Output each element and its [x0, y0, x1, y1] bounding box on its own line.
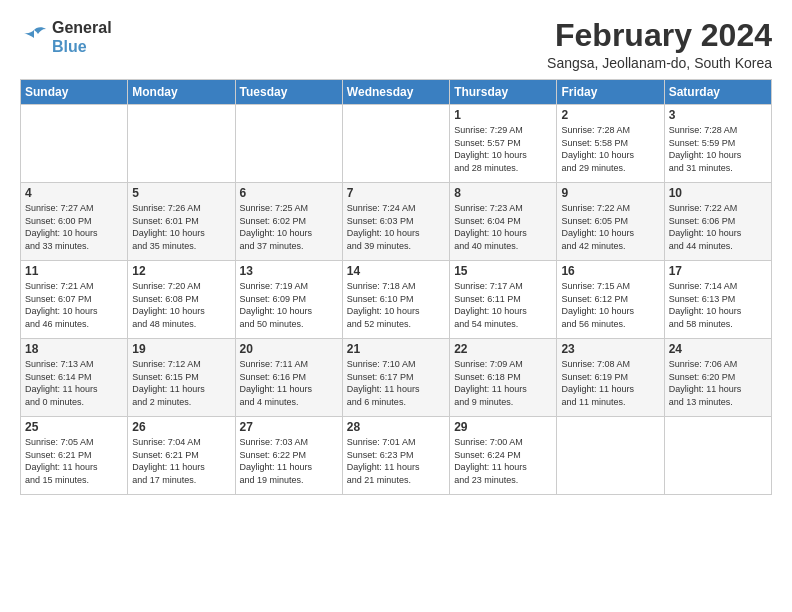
day-info: Sunrise: 7:00 AM Sunset: 6:24 PM Dayligh… [454, 436, 552, 486]
calendar-cell: 16Sunrise: 7:15 AM Sunset: 6:12 PM Dayli… [557, 261, 664, 339]
header: General Blue February 2024 Sangsa, Jeoll… [20, 18, 772, 71]
day-number: 12 [132, 264, 230, 278]
day-info: Sunrise: 7:04 AM Sunset: 6:21 PM Dayligh… [132, 436, 230, 486]
day-info: Sunrise: 7:28 AM Sunset: 5:59 PM Dayligh… [669, 124, 767, 174]
day-info: Sunrise: 7:14 AM Sunset: 6:13 PM Dayligh… [669, 280, 767, 330]
day-info: Sunrise: 7:20 AM Sunset: 6:08 PM Dayligh… [132, 280, 230, 330]
calendar-week-row: 25Sunrise: 7:05 AM Sunset: 6:21 PM Dayli… [21, 417, 772, 495]
day-info: Sunrise: 7:26 AM Sunset: 6:01 PM Dayligh… [132, 202, 230, 252]
weekday-header-cell: Tuesday [235, 80, 342, 105]
day-info: Sunrise: 7:25 AM Sunset: 6:02 PM Dayligh… [240, 202, 338, 252]
calendar-cell: 12Sunrise: 7:20 AM Sunset: 6:08 PM Dayli… [128, 261, 235, 339]
day-number: 1 [454, 108, 552, 122]
day-info: Sunrise: 7:28 AM Sunset: 5:58 PM Dayligh… [561, 124, 659, 174]
calendar-cell: 28Sunrise: 7:01 AM Sunset: 6:23 PM Dayli… [342, 417, 449, 495]
day-number: 9 [561, 186, 659, 200]
calendar-cell: 3Sunrise: 7:28 AM Sunset: 5:59 PM Daylig… [664, 105, 771, 183]
calendar-body: 1Sunrise: 7:29 AM Sunset: 5:57 PM Daylig… [21, 105, 772, 495]
calendar-cell [21, 105, 128, 183]
calendar-cell: 7Sunrise: 7:24 AM Sunset: 6:03 PM Daylig… [342, 183, 449, 261]
calendar-cell: 22Sunrise: 7:09 AM Sunset: 6:18 PM Dayli… [450, 339, 557, 417]
calendar-cell: 29Sunrise: 7:00 AM Sunset: 6:24 PM Dayli… [450, 417, 557, 495]
calendar-cell: 11Sunrise: 7:21 AM Sunset: 6:07 PM Dayli… [21, 261, 128, 339]
day-info: Sunrise: 7:21 AM Sunset: 6:07 PM Dayligh… [25, 280, 123, 330]
weekday-header-row: SundayMondayTuesdayWednesdayThursdayFrid… [21, 80, 772, 105]
day-info: Sunrise: 7:29 AM Sunset: 5:57 PM Dayligh… [454, 124, 552, 174]
day-number: 20 [240, 342, 338, 356]
day-info: Sunrise: 7:24 AM Sunset: 6:03 PM Dayligh… [347, 202, 445, 252]
day-info: Sunrise: 7:17 AM Sunset: 6:11 PM Dayligh… [454, 280, 552, 330]
day-number: 26 [132, 420, 230, 434]
day-number: 28 [347, 420, 445, 434]
calendar-cell: 1Sunrise: 7:29 AM Sunset: 5:57 PM Daylig… [450, 105, 557, 183]
calendar-cell: 15Sunrise: 7:17 AM Sunset: 6:11 PM Dayli… [450, 261, 557, 339]
day-info: Sunrise: 7:09 AM Sunset: 6:18 PM Dayligh… [454, 358, 552, 408]
calendar-cell: 4Sunrise: 7:27 AM Sunset: 6:00 PM Daylig… [21, 183, 128, 261]
day-number: 14 [347, 264, 445, 278]
logo: General Blue [20, 18, 112, 56]
day-info: Sunrise: 7:19 AM Sunset: 6:09 PM Dayligh… [240, 280, 338, 330]
calendar-cell: 8Sunrise: 7:23 AM Sunset: 6:04 PM Daylig… [450, 183, 557, 261]
day-number: 6 [240, 186, 338, 200]
calendar-cell: 9Sunrise: 7:22 AM Sunset: 6:05 PM Daylig… [557, 183, 664, 261]
calendar-week-row: 1Sunrise: 7:29 AM Sunset: 5:57 PM Daylig… [21, 105, 772, 183]
calendar-cell: 19Sunrise: 7:12 AM Sunset: 6:15 PM Dayli… [128, 339, 235, 417]
day-number: 22 [454, 342, 552, 356]
title-block: February 2024 Sangsa, Jeollanam-do, Sout… [547, 18, 772, 71]
day-number: 29 [454, 420, 552, 434]
day-number: 27 [240, 420, 338, 434]
calendar-cell: 17Sunrise: 7:14 AM Sunset: 6:13 PM Dayli… [664, 261, 771, 339]
day-number: 11 [25, 264, 123, 278]
day-number: 21 [347, 342, 445, 356]
weekday-header-cell: Thursday [450, 80, 557, 105]
day-info: Sunrise: 7:18 AM Sunset: 6:10 PM Dayligh… [347, 280, 445, 330]
day-info: Sunrise: 7:12 AM Sunset: 6:15 PM Dayligh… [132, 358, 230, 408]
day-number: 4 [25, 186, 123, 200]
day-number: 8 [454, 186, 552, 200]
calendar-cell [664, 417, 771, 495]
day-number: 23 [561, 342, 659, 356]
day-number: 16 [561, 264, 659, 278]
calendar-cell: 24Sunrise: 7:06 AM Sunset: 6:20 PM Dayli… [664, 339, 771, 417]
day-number: 13 [240, 264, 338, 278]
calendar-cell: 18Sunrise: 7:13 AM Sunset: 6:14 PM Dayli… [21, 339, 128, 417]
calendar-cell: 21Sunrise: 7:10 AM Sunset: 6:17 PM Dayli… [342, 339, 449, 417]
calendar-cell: 26Sunrise: 7:04 AM Sunset: 6:21 PM Dayli… [128, 417, 235, 495]
day-info: Sunrise: 7:10 AM Sunset: 6:17 PM Dayligh… [347, 358, 445, 408]
calendar-cell: 23Sunrise: 7:08 AM Sunset: 6:19 PM Dayli… [557, 339, 664, 417]
day-number: 10 [669, 186, 767, 200]
calendar-cell [235, 105, 342, 183]
day-info: Sunrise: 7:22 AM Sunset: 6:05 PM Dayligh… [561, 202, 659, 252]
calendar-cell: 2Sunrise: 7:28 AM Sunset: 5:58 PM Daylig… [557, 105, 664, 183]
day-info: Sunrise: 7:22 AM Sunset: 6:06 PM Dayligh… [669, 202, 767, 252]
day-info: Sunrise: 7:01 AM Sunset: 6:23 PM Dayligh… [347, 436, 445, 486]
day-number: 7 [347, 186, 445, 200]
day-info: Sunrise: 7:11 AM Sunset: 6:16 PM Dayligh… [240, 358, 338, 408]
day-info: Sunrise: 7:27 AM Sunset: 6:00 PM Dayligh… [25, 202, 123, 252]
day-info: Sunrise: 7:23 AM Sunset: 6:04 PM Dayligh… [454, 202, 552, 252]
calendar-week-row: 4Sunrise: 7:27 AM Sunset: 6:00 PM Daylig… [21, 183, 772, 261]
day-number: 19 [132, 342, 230, 356]
day-number: 24 [669, 342, 767, 356]
day-info: Sunrise: 7:03 AM Sunset: 6:22 PM Dayligh… [240, 436, 338, 486]
day-number: 3 [669, 108, 767, 122]
logo-text: General Blue [52, 18, 112, 56]
month-year-title: February 2024 [547, 18, 772, 53]
calendar-table: SundayMondayTuesdayWednesdayThursdayFrid… [20, 79, 772, 495]
page: General Blue February 2024 Sangsa, Jeoll… [0, 0, 792, 505]
weekday-header-cell: Monday [128, 80, 235, 105]
calendar-cell: 6Sunrise: 7:25 AM Sunset: 6:02 PM Daylig… [235, 183, 342, 261]
calendar-week-row: 18Sunrise: 7:13 AM Sunset: 6:14 PM Dayli… [21, 339, 772, 417]
calendar-week-row: 11Sunrise: 7:21 AM Sunset: 6:07 PM Dayli… [21, 261, 772, 339]
calendar-cell: 14Sunrise: 7:18 AM Sunset: 6:10 PM Dayli… [342, 261, 449, 339]
logo-icon [20, 26, 48, 48]
day-info: Sunrise: 7:05 AM Sunset: 6:21 PM Dayligh… [25, 436, 123, 486]
day-number: 17 [669, 264, 767, 278]
weekday-header-cell: Sunday [21, 80, 128, 105]
day-number: 2 [561, 108, 659, 122]
weekday-header-cell: Saturday [664, 80, 771, 105]
calendar-cell [557, 417, 664, 495]
day-number: 25 [25, 420, 123, 434]
day-number: 5 [132, 186, 230, 200]
day-info: Sunrise: 7:15 AM Sunset: 6:12 PM Dayligh… [561, 280, 659, 330]
